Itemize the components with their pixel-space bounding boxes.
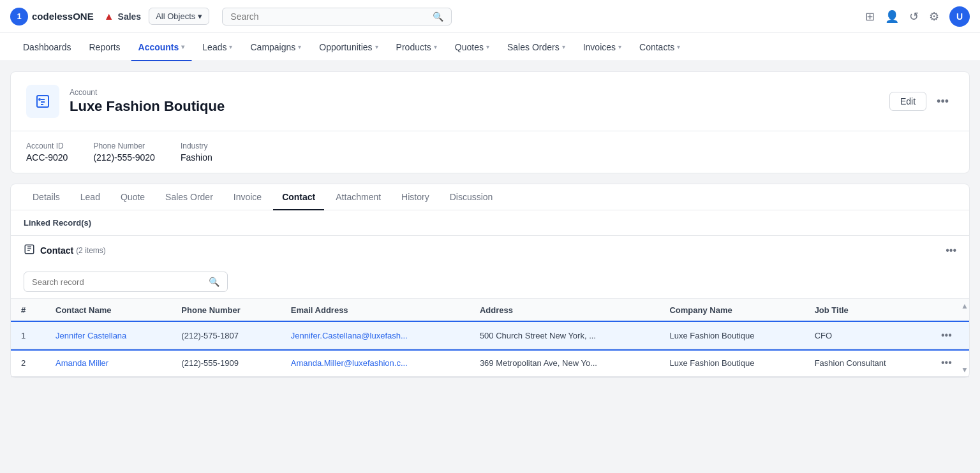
contact-table-icon — [24, 244, 35, 258]
row-more-button[interactable]: ••• — [941, 330, 952, 341]
contact-table-wrapper: # Contact Name Phone Number Email Addres… — [11, 299, 969, 377]
scroll-down-icon[interactable]: ▼ — [961, 365, 969, 374]
tab-history[interactable]: History — [392, 184, 438, 210]
logo-icon: 1 — [10, 8, 28, 25]
secondary-nav: Dashboards Reports Accounts ▾ Leads ▾ Ca… — [0, 33, 980, 61]
app-label: Sales — [118, 11, 142, 22]
col-num: # — [11, 299, 45, 322]
cell-company: Luxe Fashion Boutique — [659, 349, 804, 377]
edit-button[interactable]: Edit — [889, 92, 926, 111]
cell-email[interactable]: Jennifer.Castellana@luxefash... — [281, 322, 470, 349]
page-content: Account Luxe Fashion Boutique Edit ••• A… — [0, 61, 980, 388]
search-record-input[interactable] — [32, 277, 209, 287]
col-company: Company Name — [659, 299, 804, 322]
cell-address: 500 Church Street New York, ... — [470, 322, 660, 349]
cell-contact-name[interactable]: Jennifer Castellana — [45, 322, 171, 349]
account-icon — [26, 85, 59, 118]
table-row[interactable]: 1 Jennifer Castellana (212)-575-1807 Jen… — [11, 322, 969, 349]
account-actions: Edit ••• — [889, 92, 954, 111]
col-phone: Phone Number — [171, 299, 280, 322]
col-address: Address — [470, 299, 660, 322]
account-id-label: Account ID — [26, 142, 68, 150]
nav-item-opportunities[interactable]: Opportunities ▾ — [311, 33, 385, 61]
table-header: # Contact Name Phone Number Email Addres… — [11, 299, 969, 322]
contact-table-body: 1 Jennifer Castellana (212)-575-1807 Jen… — [11, 322, 969, 377]
account-meta: Account ID ACC-9020 Phone Number (212)-5… — [11, 131, 969, 173]
nav-item-leads[interactable]: Leads ▾ — [195, 33, 240, 61]
cell-contact-name[interactable]: Amanda Miller — [45, 349, 171, 377]
chevron-down-icon: ▾ — [198, 11, 202, 21]
tab-lead[interactable]: Lead — [71, 184, 109, 210]
phone-label: Phone Number — [93, 142, 155, 150]
email-link[interactable]: Amanda.Miller@luxefashion.c... — [291, 358, 408, 368]
account-header: Account Luxe Fashion Boutique Edit ••• — [11, 72, 969, 131]
settings-icon[interactable]: ⚙ — [929, 10, 939, 24]
app-icon: ▲ — [104, 11, 114, 22]
nav-item-quotes[interactable]: Quotes ▾ — [447, 33, 497, 61]
database-icon[interactable]: ⊞ — [865, 10, 875, 24]
top-bar: 1 codelessONE ▲ Sales All Objects ▾ 🔍 ⊞ … — [0, 0, 980, 33]
contact-name-link[interactable]: Amanda Miller — [56, 358, 108, 368]
account-card: Account Luxe Fashion Boutique Edit ••• A… — [10, 71, 970, 173]
app-name: ▲ Sales — [104, 11, 141, 22]
search-record-wrap: 🔍 — [11, 265, 969, 299]
cell-num: 2 — [11, 349, 45, 377]
nav-item-campaigns[interactable]: Campaigns ▾ — [242, 33, 309, 61]
nav-item-products[interactable]: Products ▾ — [389, 33, 445, 61]
svg-point-1 — [39, 99, 40, 100]
nav-item-contacts[interactable]: Contacts ▾ — [632, 33, 688, 61]
account-id-field: Account ID ACC-9020 — [26, 142, 68, 163]
user-plus-icon[interactable]: 👤 — [885, 10, 899, 24]
col-contact-name: Contact Name — [45, 299, 171, 322]
cell-email[interactable]: Amanda.Miller@luxefashion.c... — [281, 349, 470, 377]
nav-item-dashboards[interactable]: Dashboards — [15, 33, 79, 61]
more-options-button[interactable]: ••• — [932, 92, 954, 111]
nav-item-invoices[interactable]: Invoices ▾ — [575, 33, 629, 61]
cell-phone: (212)-555-1909 — [171, 349, 280, 377]
cell-job-title: CFO — [805, 322, 931, 349]
global-search[interactable]: 🔍 — [222, 8, 452, 25]
all-objects-selector[interactable]: All Objects ▾ — [149, 8, 209, 25]
table-row[interactable]: 2 Amanda Miller (212)-555-1909 Amanda.Mi… — [11, 349, 969, 377]
search-input[interactable] — [230, 11, 427, 22]
linked-records-header: Linked Record(s) — [11, 210, 969, 236]
tab-sales-order[interactable]: Sales Order — [156, 184, 222, 210]
nav-item-accounts[interactable]: Accounts ▾ — [131, 33, 193, 61]
tab-invoice[interactable]: Invoice — [225, 184, 271, 210]
nav-item-reports[interactable]: Reports — [82, 33, 128, 61]
nav-item-sales-orders[interactable]: Sales Orders ▾ — [500, 33, 573, 61]
tabs-container: Details Lead Quote Sales Order Invoice C… — [10, 184, 970, 378]
phone-value: (212)-555-9020 — [93, 152, 155, 163]
tabs-bar: Details Lead Quote Sales Order Invoice C… — [11, 184, 969, 210]
chevron-down-icon: ▾ — [298, 43, 301, 50]
tab-contact[interactable]: Contact — [273, 184, 324, 210]
search-icon: 🔍 — [209, 277, 219, 287]
tab-attachment[interactable]: Attachment — [327, 184, 390, 210]
contact-section-header: Contact (2 items) ••• — [11, 236, 969, 265]
scroll-up-icon[interactable]: ▲ — [961, 302, 969, 310]
contact-section-more-button[interactable]: ••• — [946, 245, 956, 256]
row-more-button[interactable]: ••• — [941, 357, 952, 368]
cell-num: 1 — [11, 322, 45, 349]
account-phone-field: Phone Number (212)-555-9020 — [93, 142, 155, 163]
logo[interactable]: 1 codelessONE — [10, 8, 94, 25]
contact-name-link[interactable]: Jennifer Castellana — [56, 331, 126, 340]
tab-discussion[interactable]: Discussion — [441, 184, 502, 210]
account-id-value: ACC-9020 — [26, 152, 68, 163]
tab-details[interactable]: Details — [24, 184, 69, 210]
email-link[interactable]: Jennifer.Castellana@luxefash... — [291, 331, 408, 340]
tab-quote[interactable]: Quote — [112, 184, 154, 210]
search-record-field[interactable]: 🔍 — [24, 272, 228, 292]
industry-value: Fashion — [181, 152, 212, 163]
col-job-title: Job Title — [805, 299, 931, 322]
chevron-down-icon: ▾ — [677, 43, 680, 50]
chevron-down-icon: ▾ — [562, 43, 565, 50]
all-objects-label: All Objects — [156, 11, 195, 21]
contact-table: # Contact Name Phone Number Email Addres… — [11, 299, 969, 377]
col-email: Email Address — [281, 299, 470, 322]
avatar[interactable]: U — [949, 6, 970, 27]
account-industry-field: Industry Fashion — [181, 142, 212, 163]
history-icon[interactable]: ↺ — [909, 10, 919, 24]
cell-phone: (212)-575-1807 — [171, 322, 280, 349]
table-scrollbar[interactable]: ▲ ▼ — [960, 299, 969, 377]
